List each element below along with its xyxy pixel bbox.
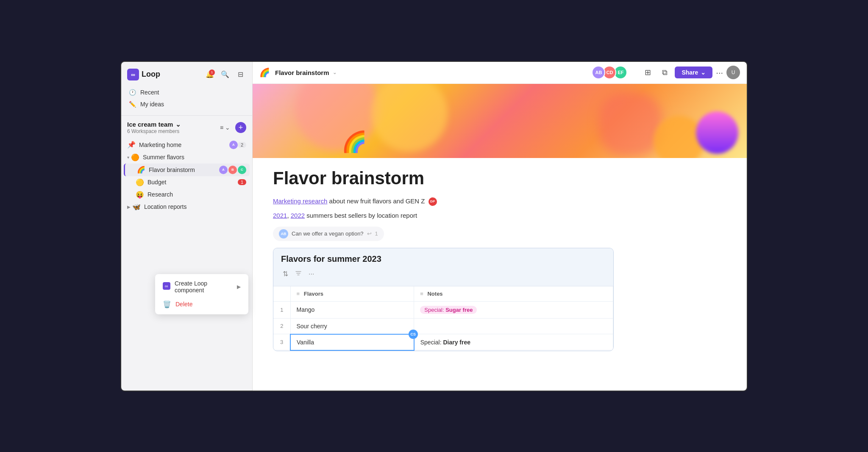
location-reports-chevron-icon: ▶ bbox=[127, 205, 131, 209]
research-label: Research bbox=[147, 191, 246, 198]
more-table-button[interactable]: ··· bbox=[307, 269, 316, 279]
workspace-section: Ice cream team ⌄ 6 Workspace members ≡ ⌄… bbox=[121, 115, 252, 139]
notifications-button[interactable]: 🔔 1 bbox=[204, 69, 216, 80]
share-button[interactable]: Share ⌄ bbox=[675, 67, 712, 78]
context-menu: ∞ Create Loop component ▶ 🗑️ Delete bbox=[155, 274, 248, 314]
workspace-subtitle: 6 Workspace members bbox=[127, 128, 181, 134]
loop-table-component: Flavors for summer 2023 ⇅ ··· bbox=[273, 248, 614, 351]
sort-button[interactable]: ⇅ bbox=[281, 269, 290, 279]
workspace-chevron-icon: ⌄ bbox=[175, 121, 181, 128]
page-main-title: Flavor brainstorm bbox=[273, 168, 614, 189]
cursor-dp-avatar: DP bbox=[428, 197, 437, 206]
hero-blob-2 bbox=[371, 84, 448, 152]
sidebar-item-location-reports[interactable]: ▶ 🦋 Location reports bbox=[124, 201, 250, 213]
sidebar-item-my-ideas-label: My ideas bbox=[140, 101, 164, 108]
para2-suffix: summers best sellers by location report bbox=[306, 212, 417, 219]
topbar-avatar-1: AB bbox=[592, 66, 605, 79]
flavors-col-icon: ≡ bbox=[297, 291, 300, 297]
hero-blob-3 bbox=[598, 92, 662, 156]
page-emoji-icon: 🌈 bbox=[259, 67, 270, 78]
flavors-col-label: Flavors bbox=[304, 291, 323, 297]
workspace-name: Ice cream team bbox=[127, 121, 173, 128]
notes-col-icon: ≡ bbox=[420, 291, 423, 297]
loop-component-header: Flavors for summer 2023 ⇅ ··· bbox=[273, 248, 613, 286]
delete-icon: 🗑️ bbox=[163, 300, 171, 308]
summer-flavors-label: Summer flavors bbox=[143, 154, 246, 161]
create-loop-component-item[interactable]: ∞ Create Loop component ▶ bbox=[158, 277, 246, 297]
search-button[interactable]: 🔍 bbox=[219, 69, 231, 80]
hero-shapes bbox=[253, 84, 747, 158]
row-3-note: Special: Diary free bbox=[414, 334, 613, 350]
workspace-info: Ice cream team ⌄ 6 Workspace members bbox=[127, 121, 181, 134]
para1-suffix: about new fruit flavors and GEN Z bbox=[329, 197, 425, 205]
year-2021-link[interactable]: 2021 bbox=[273, 212, 287, 219]
layout-button[interactable]: ⊟ bbox=[234, 69, 246, 80]
sidebar-nav: 🕐 Recent ✏️ My ideas bbox=[121, 85, 252, 112]
workspace-filter-button[interactable]: ≡ ⌄ bbox=[217, 123, 233, 132]
sidebar-item-marketing-home[interactable]: 📌 Marketing home A 2 bbox=[124, 139, 250, 151]
row-1-note-tag: Special: Sugar free bbox=[420, 306, 477, 314]
content-para-1: Marketing research about new fruit flavo… bbox=[273, 196, 614, 206]
create-loop-arrow-icon: ▶ bbox=[237, 284, 241, 290]
sidebar-header: ∞ Loop 🔔 1 🔍 ⊟ bbox=[121, 62, 252, 85]
rainbow-icon: 🌈 bbox=[342, 130, 367, 154]
sidebar-item-recent[interactable]: 🕐 Recent bbox=[125, 86, 249, 98]
avatar-1: A bbox=[229, 141, 238, 149]
recent-icon: 🕐 bbox=[129, 89, 136, 96]
comment-reply-icon: ↩ bbox=[367, 230, 372, 237]
sidebar-item-summer-flavors[interactable]: ▾ 🟠 Summer flavors bbox=[124, 151, 250, 164]
loop-component-title: Flavors for summer 2023 bbox=[281, 254, 606, 264]
page-title-chevron-icon: ⌄ bbox=[333, 70, 337, 75]
row-1-num: 1 bbox=[273, 301, 290, 318]
budget-badge: 1 bbox=[238, 179, 246, 185]
notification-badge: 1 bbox=[209, 69, 215, 75]
page-title-text: Flavor brainstorm bbox=[275, 69, 329, 76]
delete-item[interactable]: 🗑️ Delete bbox=[158, 297, 246, 312]
content-area: 🌈 Flavor brainstorm Marketing research a… bbox=[253, 84, 747, 391]
flavor-brainstorm-avatars: A B C bbox=[219, 166, 246, 174]
table-row: 2 Sour cherry bbox=[273, 318, 613, 334]
main-area: 🌈 Flavor brainstorm ⌄ AB CD EF ⊞ ⧉ Share… bbox=[253, 62, 747, 391]
workspace-actions: ≡ ⌄ + bbox=[217, 122, 246, 133]
content-body: Flavor brainstorm Marketing research abo… bbox=[253, 158, 634, 361]
topbar-right: ⊞ ⧉ Share ⌄ ··· U bbox=[641, 66, 740, 79]
marketing-research-link[interactable]: Marketing research bbox=[273, 197, 327, 205]
apps-button[interactable]: ⊞ bbox=[641, 66, 654, 79]
cursor-cs-avatar: CS bbox=[409, 330, 418, 339]
row-2-flavor[interactable]: Sour cherry bbox=[290, 318, 414, 334]
hero-blob-1 bbox=[295, 84, 380, 152]
table-toolbar: ⇅ ··· bbox=[281, 267, 606, 283]
marketing-home-badge: 2 bbox=[238, 142, 246, 148]
table-row: 3 Vanilla CS Special: Diary free bbox=[273, 334, 613, 350]
sidebar-item-budget[interactable]: 🟡 Budget 1 bbox=[124, 176, 250, 189]
row-3-flavor[interactable]: Vanilla CS bbox=[290, 334, 414, 350]
delete-label: Delete bbox=[175, 301, 192, 308]
context-menu-container: ∞ Create Loop component ▶ 🗑️ Delete bbox=[121, 264, 252, 391]
summer-flavors-chevron-icon: ▾ bbox=[127, 155, 129, 160]
row-1-note-highlight: Sugar free bbox=[445, 307, 473, 313]
loop-logo-icon: ∞ bbox=[127, 69, 139, 80]
comment-bubble[interactable]: AB Can we offer a vegan option? ↩ 1 bbox=[273, 227, 384, 241]
filter-button[interactable] bbox=[293, 269, 303, 279]
sidebar-item-research[interactable]: 😝 Research bbox=[124, 189, 250, 201]
fb-avatar-2: B bbox=[228, 166, 237, 174]
svg-text:∞: ∞ bbox=[165, 283, 168, 288]
app-logo: ∞ Loop bbox=[127, 69, 160, 80]
hero-banner: 🌈 bbox=[253, 84, 747, 158]
create-loop-label: Create Loop component bbox=[175, 280, 233, 294]
row-1-flavor[interactable]: Mango bbox=[290, 301, 414, 318]
sidebar-item-my-ideas[interactable]: ✏️ My ideas bbox=[125, 98, 249, 110]
more-button[interactable]: ··· bbox=[716, 68, 723, 78]
location-reports-icon: 🦋 bbox=[132, 203, 141, 211]
row-3-flavor-text: Vanilla bbox=[297, 339, 314, 346]
budget-label: Budget bbox=[147, 179, 238, 186]
sidebar-item-flavor-brainstorm[interactable]: 🌈 Flavor brainstorm A B C bbox=[124, 164, 250, 176]
view-button[interactable]: ⧉ bbox=[658, 66, 671, 79]
workspace-add-button[interactable]: + bbox=[235, 122, 246, 133]
row-3-note-prefix: Special: bbox=[420, 339, 442, 346]
app-name: Loop bbox=[142, 70, 160, 79]
year-2022-link[interactable]: 2022 bbox=[291, 212, 305, 219]
table-header-row: ≡ Flavors ≡ Notes bbox=[273, 286, 613, 302]
summer-flavors-icon: 🟠 bbox=[131, 153, 139, 161]
row-1-note-prefix: Special: bbox=[424, 307, 444, 313]
